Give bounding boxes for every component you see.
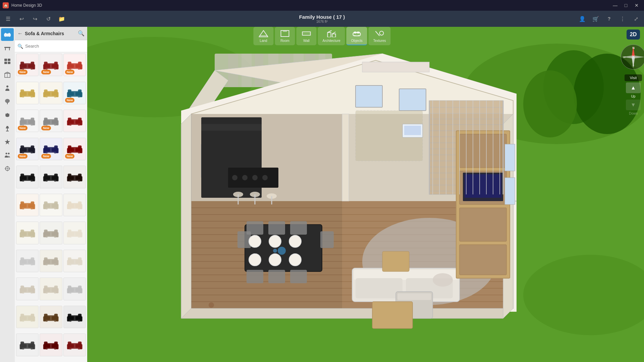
furniture-item[interactable] xyxy=(40,222,62,244)
view-down-button[interactable]: ▼ xyxy=(626,100,641,110)
nav-room-label: Room xyxy=(280,39,289,43)
furniture-item[interactable] xyxy=(63,278,86,300)
help-button[interactable]: ? xyxy=(604,13,614,24)
sidebar-icon-misc[interactable] xyxy=(1,162,14,175)
furniture-item[interactable]: New xyxy=(63,138,86,160)
furniture-item[interactable] xyxy=(63,334,86,356)
new-badge: New xyxy=(65,154,75,159)
panel-back-button[interactable]: ← xyxy=(17,31,23,37)
sidebar-icon-pet[interactable] xyxy=(1,109,14,121)
maximize-button[interactable]: □ xyxy=(621,2,631,9)
sidebar-icon-box[interactable] xyxy=(1,68,14,81)
svg-rect-6 xyxy=(327,33,331,37)
svg-rect-333 xyxy=(46,348,48,350)
visit-view-button[interactable]: Visit xyxy=(625,74,642,81)
nav-room[interactable]: Room xyxy=(275,27,295,45)
cart-button[interactable]: 🛒 xyxy=(590,13,601,24)
furniture-item[interactable] xyxy=(16,166,39,188)
furniture-item[interactable] xyxy=(40,250,62,272)
svg-rect-152 xyxy=(80,148,83,153)
refresh-icon: ↺ xyxy=(46,16,51,22)
furniture-item[interactable]: New xyxy=(16,54,39,76)
svg-point-450 xyxy=(249,254,261,266)
nav-textures[interactable]: Textures xyxy=(369,27,391,45)
view-2d-button[interactable]: 2D xyxy=(627,29,640,40)
sidebar-icon-plant[interactable] xyxy=(1,95,14,108)
sidebar-icon-person[interactable] xyxy=(1,82,14,95)
svg-point-428 xyxy=(232,175,237,180)
furniture-item[interactable] xyxy=(63,222,86,244)
furniture-item[interactable]: New xyxy=(40,110,62,132)
svg-rect-177 xyxy=(75,176,80,180)
svg-rect-489 xyxy=(404,126,421,135)
furniture-item[interactable]: New xyxy=(63,82,86,104)
search-input[interactable] xyxy=(25,44,85,49)
sidebar-icon-lamp[interactable] xyxy=(1,122,14,135)
furniture-item[interactable] xyxy=(16,250,39,272)
sidebar-icon-people[interactable] xyxy=(1,149,14,162)
more-button[interactable]: ⋮ xyxy=(617,13,628,24)
svg-rect-7 xyxy=(332,34,335,37)
menu-button[interactable]: ☰ xyxy=(3,13,13,24)
svg-rect-179 xyxy=(80,176,83,181)
furniture-item[interactable]: New xyxy=(63,54,86,76)
svg-rect-444 xyxy=(290,270,307,283)
view-up-button[interactable]: ▲ xyxy=(626,82,641,93)
svg-rect-116 xyxy=(56,120,59,125)
furniture-item[interactable] xyxy=(40,334,62,356)
svg-rect-343 xyxy=(78,348,80,350)
close-button[interactable]: ✕ xyxy=(632,2,641,9)
furniture-item[interactable] xyxy=(16,278,39,300)
furniture-item[interactable]: New xyxy=(16,138,39,160)
undo-button[interactable]: ↩ xyxy=(16,13,27,24)
nav-architecture[interactable]: Architecture xyxy=(318,27,345,45)
app-title: Home Design 3D xyxy=(11,3,42,8)
furniture-item[interactable] xyxy=(63,306,86,328)
furniture-item[interactable]: New xyxy=(40,138,62,160)
furniture-item[interactable]: New xyxy=(16,110,39,132)
redo-button[interactable]: ↪ xyxy=(30,13,40,24)
refresh-button[interactable]: ↺ xyxy=(43,13,54,24)
svg-point-460 xyxy=(433,273,453,287)
svg-rect-28 xyxy=(8,62,10,64)
sidebar-icon-sofa[interactable] xyxy=(1,28,14,41)
svg-rect-257 xyxy=(69,260,74,264)
main-view[interactable] xyxy=(87,27,644,362)
nav-land[interactable]: Land xyxy=(253,27,273,45)
sidebar-icon-star[interactable] xyxy=(1,135,14,148)
svg-rect-70 xyxy=(67,64,69,69)
svg-rect-441 xyxy=(290,221,307,235)
furniture-item[interactable] xyxy=(63,110,86,132)
profile-button[interactable]: 👤 xyxy=(577,13,588,24)
furniture-item[interactable] xyxy=(16,306,39,328)
nav-wall[interactable]: Wall xyxy=(296,27,316,45)
furniture-item[interactable] xyxy=(16,334,39,356)
furniture-item[interactable] xyxy=(40,278,62,300)
furniture-item[interactable] xyxy=(63,194,86,216)
folder-button[interactable]: 📁 xyxy=(56,13,67,24)
sidebar-icon-grid[interactable] xyxy=(1,55,14,68)
svg-rect-23 xyxy=(5,48,6,50)
furniture-item[interactable] xyxy=(63,166,86,188)
furniture-item[interactable] xyxy=(40,306,62,328)
sidebar-icon-table[interactable] xyxy=(1,42,14,54)
svg-rect-54 xyxy=(22,68,24,70)
svg-rect-342 xyxy=(69,348,71,350)
svg-rect-284 xyxy=(69,288,74,292)
panel-search-icon[interactable]: 🔍 xyxy=(78,30,85,37)
furniture-item[interactable] xyxy=(63,250,86,272)
furniture-item[interactable] xyxy=(16,222,39,244)
furniture-item[interactable] xyxy=(16,194,39,216)
furniture-item[interactable] xyxy=(40,82,62,104)
furniture-item[interactable] xyxy=(16,82,39,104)
minimize-button[interactable]: — xyxy=(610,2,620,9)
expand-button[interactable]: ⤢ xyxy=(631,13,641,24)
nav-objects[interactable]: Objects xyxy=(346,27,367,45)
search-magnifier-icon: 🔍 xyxy=(17,44,23,49)
svg-point-453 xyxy=(278,247,286,255)
svg-rect-91 xyxy=(54,96,56,98)
furniture-item[interactable]: New xyxy=(40,54,62,76)
furniture-item[interactable] xyxy=(40,166,62,188)
svg-rect-215 xyxy=(33,232,35,237)
furniture-item[interactable] xyxy=(40,194,62,216)
